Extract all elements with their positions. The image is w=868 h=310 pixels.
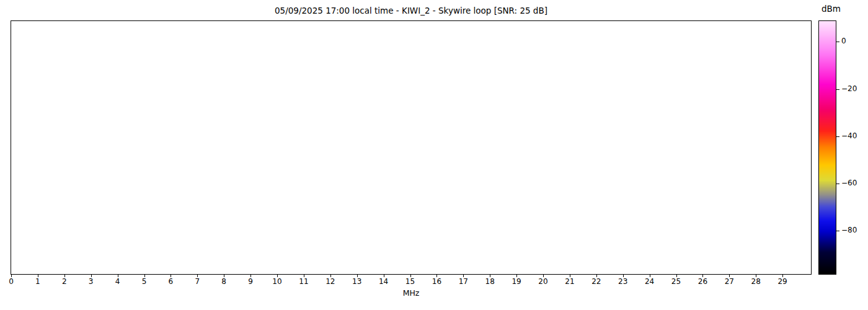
spectrogram-plot <box>11 20 812 275</box>
x-tick-label: 10 <box>267 277 288 286</box>
colorbar-unit-label: dBm <box>822 4 841 14</box>
x-tick-label: 22 <box>586 277 607 286</box>
x-tick-label: 16 <box>426 277 447 286</box>
colorbar-gradient <box>819 21 836 274</box>
x-tick-label: 20 <box>533 277 554 286</box>
colorbar-tick-mark <box>836 231 839 231</box>
x-tick-label: 4 <box>107 277 128 286</box>
x-axis-label: MHz <box>11 288 811 298</box>
x-tick-label: 1 <box>27 277 48 286</box>
x-tick-label: 5 <box>134 277 155 286</box>
x-tick-label: 12 <box>320 277 341 286</box>
x-tick-label: 11 <box>293 277 314 286</box>
x-tick-label: 26 <box>692 277 713 286</box>
x-tick-label: 28 <box>745 277 766 286</box>
colorbar-tick-mark <box>836 42 839 42</box>
colorbar-tick-label: −60 <box>841 179 857 187</box>
x-tick-label: 25 <box>666 277 687 286</box>
x-tick-label: 2 <box>54 277 75 286</box>
colorbar-tick-label: −40 <box>841 131 857 140</box>
x-tick-label: 17 <box>453 277 474 286</box>
colorbar-tick-label: −80 <box>841 226 857 234</box>
colorbar-tick-mark <box>836 136 839 137</box>
x-tick-label: 6 <box>160 277 181 286</box>
x-tick-label: 14 <box>373 277 394 286</box>
x-tick-label: 3 <box>81 277 102 286</box>
colorbar-tick-mark <box>836 89 839 90</box>
x-tick-label: 8 <box>213 277 234 286</box>
x-tick-label: 29 <box>772 277 793 286</box>
colorbar-tick-label: −20 <box>841 84 857 93</box>
chart-title: 05/09/2025 17:00 local time - KIWI_2 - S… <box>11 6 811 16</box>
x-tick-label: 23 <box>613 277 634 286</box>
x-tick-label: 13 <box>347 277 368 286</box>
x-tick-label: 24 <box>639 277 660 286</box>
x-tick-label: 0 <box>1 277 22 286</box>
colorbar-tick-mark <box>836 184 839 184</box>
spectrogram-page: 05/09/2025 17:00 local time - KIWI_2 - S… <box>0 0 868 310</box>
x-tick-label: 18 <box>479 277 500 286</box>
x-tick-label: 15 <box>400 277 421 286</box>
x-tick-label: 21 <box>559 277 580 286</box>
x-tick-label: 9 <box>240 277 261 286</box>
x-tick-label: 27 <box>719 277 740 286</box>
x-tick-label: 7 <box>187 277 208 286</box>
spectrogram-image <box>11 21 811 274</box>
x-tick-label: 19 <box>506 277 527 286</box>
colorbar-tick-label: 0 <box>841 37 846 45</box>
colorbar <box>818 20 836 275</box>
